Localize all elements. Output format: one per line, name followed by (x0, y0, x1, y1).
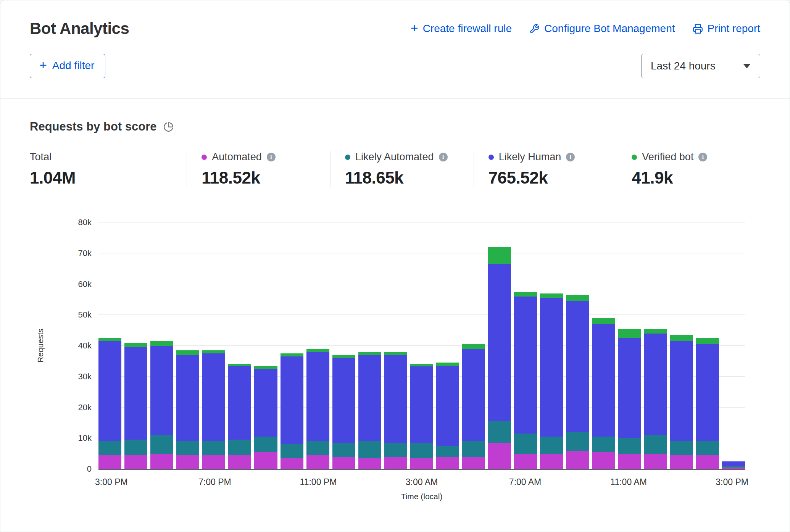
stacked-bar[interactable] (332, 355, 355, 469)
bar-segment-likely-automated (644, 435, 667, 453)
stacked-bar[interactable] (462, 344, 485, 469)
bar-segment-likely-human (228, 366, 251, 440)
info-icon[interactable]: i (439, 153, 448, 161)
stacked-bar[interactable] (202, 350, 225, 469)
bar-segment-likely-human (618, 338, 641, 438)
stacked-bar[interactable] (98, 338, 121, 469)
stacked-bar[interactable] (488, 247, 511, 469)
y-axis-tick-label: 30k (78, 372, 92, 382)
stat-total: Total 1.04M (30, 151, 187, 187)
bar-segment-verified-bot (124, 343, 147, 347)
bar-segment-verified-bot (566, 295, 589, 301)
stacked-bar[interactable] (358, 352, 381, 469)
plus-icon: + (39, 58, 47, 71)
bar-segment-verified-bot (696, 338, 719, 344)
bar-segment-likely-automated (514, 434, 537, 453)
stacked-bar[interactable] (566, 295, 589, 469)
stacked-bar[interactable] (281, 353, 303, 469)
bar-segment-likely-automated (150, 435, 173, 453)
stacked-bar[interactable] (592, 318, 615, 469)
bar-segment-likely-automated (566, 432, 589, 450)
legend-dot-automated (202, 155, 207, 160)
bar-segment-likely-human (306, 352, 329, 441)
printer-icon (693, 24, 703, 34)
stacked-bar[interactable] (384, 352, 407, 469)
bar-segment-automated (644, 454, 667, 469)
legend-dot-verified-bot (632, 155, 637, 160)
bar-segment-likely-human (254, 369, 277, 437)
bar-segment-likely-human (124, 347, 147, 440)
stacked-bar[interactable] (540, 293, 563, 469)
info-icon[interactable]: i (698, 153, 707, 161)
create-firewall-rule-link[interactable]: + Create firewall rule (411, 22, 512, 35)
y-axis-tick-label: 10k (78, 433, 92, 443)
bar-segment-likely-human (176, 355, 199, 441)
bar-segment-likely-human (410, 366, 433, 443)
stacked-bar[interactable] (228, 364, 251, 469)
bar-segment-likely-human (722, 461, 745, 466)
y-axis-tick-label: 70k (78, 248, 92, 258)
stacked-bar[interactable] (254, 366, 277, 469)
stacked-bar[interactable] (306, 349, 329, 469)
bar-segment-automated (410, 458, 433, 469)
bar-segment-likely-human (384, 355, 407, 443)
stacked-bar[interactable] (644, 329, 667, 469)
bar-segment-automated (722, 468, 745, 469)
stat-verified-bot: Verified bot i 41.9k (617, 151, 760, 187)
stacked-bar[interactable] (124, 343, 147, 469)
pie-chart-icon (163, 122, 174, 132)
bar-segment-likely-human (332, 358, 355, 443)
bar-segment-likely-automated (228, 440, 251, 455)
configure-bot-management-link[interactable]: Configure Bot Management (529, 23, 675, 35)
y-axis-tick-label: 60k (78, 279, 92, 289)
bar-segment-likely-human (358, 355, 381, 441)
bar-segment-automated (618, 454, 641, 469)
legend-dot-likely-human (489, 155, 494, 160)
configure-bot-management-label: Configure Bot Management (544, 23, 675, 35)
stat-label: Verified bot (642, 151, 693, 163)
bar-segment-automated (696, 455, 719, 469)
stacked-bar[interactable] (436, 363, 459, 469)
bar-segment-likely-human (644, 334, 667, 435)
stacked-bar[interactable] (176, 350, 199, 469)
add-filter-button[interactable]: + Add filter (30, 54, 105, 78)
stacked-bar[interactable] (618, 329, 641, 469)
stat-label: Total (30, 151, 52, 163)
bar-segment-likely-human (592, 324, 615, 437)
bar-segment-likely-automated (254, 437, 277, 452)
stacked-bar[interactable] (696, 338, 719, 469)
bar-segment-automated (462, 457, 485, 469)
time-range-select[interactable]: Last 24 hours (641, 54, 760, 78)
bar-segment-automated (281, 458, 303, 469)
stacked-bar[interactable] (150, 341, 173, 469)
bar-segment-verified-bot (358, 352, 381, 355)
x-axis-tick-label: 3:00 PM (95, 477, 128, 487)
y-axis-tick-label: 20k (78, 403, 92, 413)
stacked-bar[interactable] (514, 292, 537, 469)
bar-segment-verified-bot (306, 349, 329, 352)
print-report-label: Print report (708, 23, 761, 35)
bar-segment-likely-human (540, 298, 563, 437)
bar-segment-verified-bot (176, 350, 199, 355)
main-content: Requests by bot score Total 1.04M Automa… (0, 120, 790, 501)
stat-likely-automated: Likely Automated i 118.65k (330, 151, 474, 187)
print-report-link[interactable]: Print report (693, 23, 761, 35)
bar-segment-verified-bot (436, 363, 459, 366)
bar-segment-verified-bot (670, 335, 693, 341)
chevron-down-icon (743, 64, 751, 68)
bar-segment-likely-automated (202, 441, 225, 455)
bar-segment-likely-automated (281, 444, 303, 458)
info-icon[interactable]: i (566, 153, 575, 161)
bar-segment-likely-human (462, 349, 485, 441)
stacked-bar[interactable] (410, 364, 433, 469)
bar-segment-automated (254, 452, 277, 469)
bar-segment-verified-bot (618, 329, 641, 338)
bar-segment-verified-bot (332, 355, 355, 358)
stacked-bar[interactable] (722, 461, 745, 469)
bar-segment-verified-bot (514, 292, 537, 297)
info-icon[interactable]: i (267, 153, 276, 161)
legend-dot-likely-automated (345, 155, 350, 160)
bar-segment-likely-automated (592, 437, 615, 452)
stacked-bar[interactable] (670, 335, 693, 469)
bar-segment-likely-human (696, 344, 719, 441)
